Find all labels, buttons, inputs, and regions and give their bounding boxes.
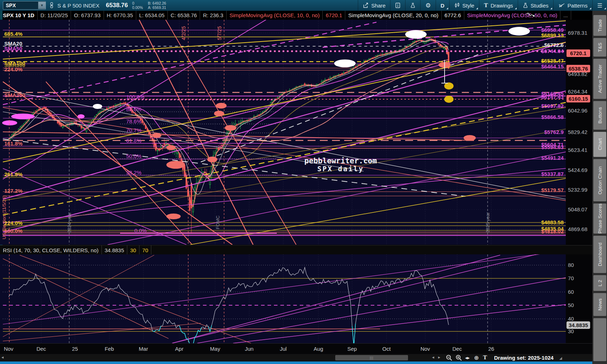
time-axis-label: 25 bbox=[72, 346, 78, 352]
svg-text:61.8%: 61.8% bbox=[126, 138, 142, 144]
svg-text:$5762.9: $5762.9 bbox=[544, 129, 564, 135]
time-axis-label: Feb bbox=[105, 346, 114, 352]
time-axis-label: Apr bbox=[175, 346, 183, 352]
sidebar-tab-news[interactable]: News bbox=[593, 293, 606, 316]
toolbar-button-label: Studies bbox=[531, 3, 549, 9]
scroll-step-right-icon[interactable]: ▸ bbox=[438, 355, 440, 360]
svg-text:127.2%: 127.2% bbox=[4, 188, 23, 194]
toolbar-button-patterns[interactable]: WPatterns bbox=[553, 0, 592, 11]
svg-text:$5179.57: $5179.57 bbox=[541, 187, 564, 193]
sidebar-tab-buttons[interactable]: Buttons bbox=[593, 101, 606, 130]
svg-text:88.6%: 88.6% bbox=[126, 106, 142, 112]
sidebar-tab-label: L 2 bbox=[597, 280, 603, 286]
study-header-cell: SPX 10 Y 1D bbox=[0, 11, 38, 20]
toolbar-button-label: Share bbox=[371, 3, 385, 9]
price-axis[interactable]: 6978.316493.826264.346042.965829.425623.… bbox=[566, 20, 592, 245]
rsi-studies-header: RSI (14, 70, 30, CLOSE, WILDERS, no)34.8… bbox=[0, 245, 592, 255]
candle-icon bbox=[454, 3, 460, 8]
sidebar-tab-active-trader[interactable]: Active Trader bbox=[593, 59, 606, 99]
rsi-header-cell[interactable]: RSI (14, 70, 30, CLOSE, WILDERS, no) bbox=[0, 245, 102, 255]
rsi-chart-canvas[interactable] bbox=[0, 254, 566, 343]
svg-text:78.6%: 78.6% bbox=[126, 118, 142, 124]
toolbar-button-d[interactable]: D bbox=[436, 0, 449, 11]
study-header-cell: R: 236.3 bbox=[200, 11, 227, 20]
sidebar-tab-label: Chart bbox=[597, 138, 603, 150]
toolbar-button-label: D bbox=[441, 3, 445, 9]
sidebar-tab-chart[interactable]: Chart bbox=[593, 132, 606, 157]
scroll-left-icon[interactable]: ◂ bbox=[1, 355, 4, 360]
crosshair-icon[interactable]: ⊕ bbox=[474, 354, 479, 361]
flask-icon bbox=[523, 3, 528, 8]
symbol-dropdown[interactable]: SPX ▼ bbox=[3, 1, 46, 10]
sidebar-tab-phase-scores[interactable]: Phase Scores bbox=[593, 203, 606, 234]
sidebar-tab-label: Buttons bbox=[597, 107, 603, 124]
zoom-in-icon[interactable] bbox=[455, 354, 463, 361]
svg-text:2024 year: 2024 year bbox=[67, 212, 72, 233]
drawing-set-label[interactable]: Drawing set: 2025-1024 bbox=[494, 355, 554, 361]
sidebar-tab-label: Phase Scores bbox=[597, 203, 603, 234]
chevron-down-icon[interactable]: ▼ bbox=[38, 2, 46, 9]
sidebar-tab-t-s[interactable]: T&S bbox=[593, 38, 606, 57]
price-badge: 6538.76 bbox=[566, 65, 590, 72]
svg-text:224.0%: 224.0% bbox=[4, 220, 23, 226]
change-value: 0 bbox=[132, 1, 143, 5]
toolbar-button-flask[interactable] bbox=[405, 0, 420, 11]
study-header-cell[interactable]: SimpleMovingAvg (CLOSE, 50, 0, no) bbox=[464, 11, 561, 20]
price-axis-tick: 5048.07 bbox=[568, 206, 587, 212]
resize-corner-icon[interactable]: ◢ bbox=[559, 356, 562, 360]
toolbar-button-menu[interactable]: ☰ bbox=[592, 0, 607, 11]
rsi-header-cell: 70 bbox=[139, 245, 152, 255]
sidebar-tab-blank[interactable] bbox=[593, 318, 606, 361]
svg-text:5/7/25: 5/7/25 bbox=[217, 26, 222, 40]
scroll-step-left-icon[interactable]: ◂ bbox=[432, 355, 434, 360]
svg-text:$4818.02: $4818.02 bbox=[541, 228, 564, 234]
toolbar-button-gear[interactable]: ⚙ bbox=[420, 0, 435, 11]
time-axis[interactable]: NovDec25FebMarAprMayJunJulAugSepOctNovDe… bbox=[0, 343, 592, 354]
sidebar-tab-option-chain[interactable]: Option Chain bbox=[593, 159, 606, 201]
symbol-input[interactable]: SPX bbox=[3, 3, 38, 8]
price-axis-tick: 6264.34 bbox=[568, 88, 587, 95]
study-header-cell: D: 11/20/25 bbox=[38, 11, 71, 20]
pan-horizontal-icon[interactable]: ◂▸ bbox=[465, 354, 470, 361]
svg-text:$6147.43: $6147.43 bbox=[541, 94, 564, 100]
toolbar-button-style[interactable]: Style bbox=[449, 0, 479, 11]
text-tool-icon[interactable]: T bbox=[483, 354, 487, 361]
sidebar-tab-dashboard[interactable]: Dashboard bbox=[593, 236, 606, 273]
price-axis-tick: 5232.99 bbox=[568, 187, 587, 193]
sidebar-tab-label: Option Chain bbox=[597, 166, 603, 195]
zoom-out-icon[interactable] bbox=[446, 354, 453, 361]
main-chart-canvas[interactable]: US Election (11/5/24)2024 year4/2/255/7/… bbox=[0, 20, 566, 245]
time-axis-label: Oct bbox=[382, 346, 390, 352]
toolbar-buttons: Share⚙DStyleTDrawingsStudiesWPatterns☰ bbox=[358, 0, 607, 11]
note-icon bbox=[395, 3, 400, 8]
svg-text:70.7%: 70.7% bbox=[126, 127, 142, 133]
study-header-cell: 6720.1 bbox=[323, 11, 345, 20]
price-badge: 6160.15 bbox=[566, 95, 590, 102]
toolbar-button-studies[interactable]: Studies bbox=[518, 0, 553, 11]
svg-text:SMA50: SMA50 bbox=[4, 46, 22, 52]
sidebar-tab-trade[interactable]: Trade bbox=[593, 15, 606, 36]
scrollbar-thumb[interactable]: ||| bbox=[335, 355, 408, 360]
sidebar-tab-l-2[interactable]: L 2 bbox=[593, 275, 606, 291]
toolbar-button-share[interactable]: Share bbox=[358, 0, 390, 11]
svg-text:$5594.63: $5594.63 bbox=[541, 144, 564, 150]
top-toolbar: SPX ▼ S & P 500 INDEX 6538.76 0 0.00% B:… bbox=[0, 0, 607, 11]
link-icon[interactable] bbox=[49, 2, 54, 9]
rsi-axis-tick: 50 bbox=[568, 302, 574, 308]
time-axis-label: 26 bbox=[488, 346, 494, 352]
toolbar-button-drawings[interactable]: TDrawings bbox=[479, 0, 518, 11]
time-axis-label: Nov bbox=[4, 346, 14, 352]
svg-text:$6464.15: $6464.15 bbox=[541, 63, 564, 70]
study-header-cell[interactable]: SimpleMovingAvg (CLOSE, 20, 0, no) bbox=[345, 11, 442, 20]
price-badge: 6720.1 bbox=[566, 49, 590, 57]
sidebar-tab-label: T&S bbox=[597, 43, 603, 52]
right-sidebar: TradeT&SActive TraderButtonsChartOption … bbox=[592, 11, 607, 364]
rsi-axis[interactable]: 80706050403034.8835 bbox=[566, 254, 592, 343]
svg-text:$6744.04: $6744.04 bbox=[541, 48, 564, 54]
study-header-cell[interactable]: SimpleMovingAvg (CLOSE, 10, 0, no) bbox=[227, 11, 323, 20]
toolbar-button-note[interactable] bbox=[390, 0, 405, 11]
svg-text:W: W bbox=[559, 3, 563, 8]
price-axis-tick: 5623.41 bbox=[568, 147, 587, 153]
rsi-axis-tick: 70 bbox=[568, 275, 574, 281]
svg-text:SMA200: SMA200 bbox=[4, 92, 25, 98]
